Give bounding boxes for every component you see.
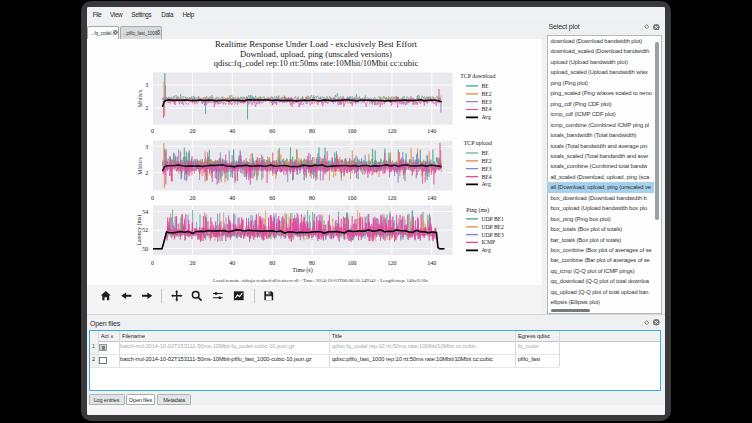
svg-text:60: 60 — [269, 128, 275, 134]
svg-text:0: 0 — [151, 260, 154, 266]
svg-text:Mbits/s: Mbits/s — [136, 156, 142, 174]
svg-text:60: 60 — [269, 195, 275, 201]
svg-text:BE3: BE3 — [481, 98, 491, 104]
svg-text:UDP BE3: UDP BE3 — [481, 231, 504, 237]
svg-text:52: 52 — [142, 227, 148, 233]
svg-text:100: 100 — [347, 260, 356, 266]
svg-text:100: 100 — [347, 195, 356, 201]
svg-text:BE: BE — [481, 149, 489, 155]
svg-text:60: 60 — [269, 260, 275, 266]
svg-text:140: 140 — [427, 128, 436, 134]
svg-text:80: 80 — [309, 128, 315, 134]
svg-text:Avg: Avg — [481, 181, 490, 187]
svg-text:Time (s): Time (s) — [292, 266, 312, 273]
svg-text:3: 3 — [145, 82, 148, 88]
svg-text:UDP BE1: UDP BE1 — [481, 215, 504, 221]
svg-text:0: 0 — [151, 195, 154, 201]
svg-text:140: 140 — [427, 260, 436, 266]
svg-text:2: 2 — [145, 169, 148, 175]
svg-text:Ping (ms): Ping (ms) — [466, 206, 489, 213]
svg-text:BE2: BE2 — [481, 90, 491, 96]
svg-text:ICMP: ICMP — [481, 239, 495, 245]
svg-text:Local/remote: tohojo-testbed-d: Local/remote: tohojo-testbed-dl/testserv… — [212, 277, 427, 282]
svg-text:BE2: BE2 — [481, 157, 491, 163]
svg-text:TCP download: TCP download — [460, 73, 495, 79]
svg-text:140: 140 — [427, 195, 436, 201]
svg-text:0: 0 — [151, 128, 154, 134]
svg-text:qdisc:fq_codel rep:10 rtt:50ms: qdisc:fq_codel rep:10 rtt:50ms rate:10Mb… — [213, 57, 418, 67]
svg-text:120: 120 — [387, 128, 396, 134]
svg-text:120: 120 — [387, 260, 396, 266]
svg-text:BE4: BE4 — [481, 173, 491, 179]
svg-text:20: 20 — [189, 195, 195, 201]
svg-text:BE3: BE3 — [481, 165, 491, 171]
svg-text:80: 80 — [309, 260, 315, 266]
svg-text:20: 20 — [189, 128, 195, 134]
svg-text:120: 120 — [387, 195, 396, 201]
svg-text:54: 54 — [142, 208, 148, 214]
svg-text:TCP upload: TCP upload — [463, 140, 491, 146]
svg-text:Avg: Avg — [481, 247, 490, 253]
svg-text:BE: BE — [481, 82, 489, 88]
svg-text:40: 40 — [229, 260, 235, 266]
svg-text:100: 100 — [347, 128, 356, 134]
svg-text:BE4: BE4 — [481, 106, 491, 112]
svg-text:40: 40 — [229, 195, 235, 201]
svg-text:50: 50 — [142, 245, 148, 251]
svg-text:40: 40 — [229, 128, 235, 134]
svg-text:80: 80 — [309, 195, 315, 201]
svg-text:20: 20 — [189, 260, 195, 266]
svg-text:UDP BE2: UDP BE2 — [481, 223, 504, 229]
svg-text:Latency (ms): Latency (ms) — [136, 214, 143, 245]
svg-text:Mbits/s: Mbits/s — [136, 89, 142, 107]
svg-text:3: 3 — [145, 143, 148, 149]
svg-text:Avg: Avg — [481, 114, 490, 120]
svg-text:2: 2 — [145, 105, 148, 111]
